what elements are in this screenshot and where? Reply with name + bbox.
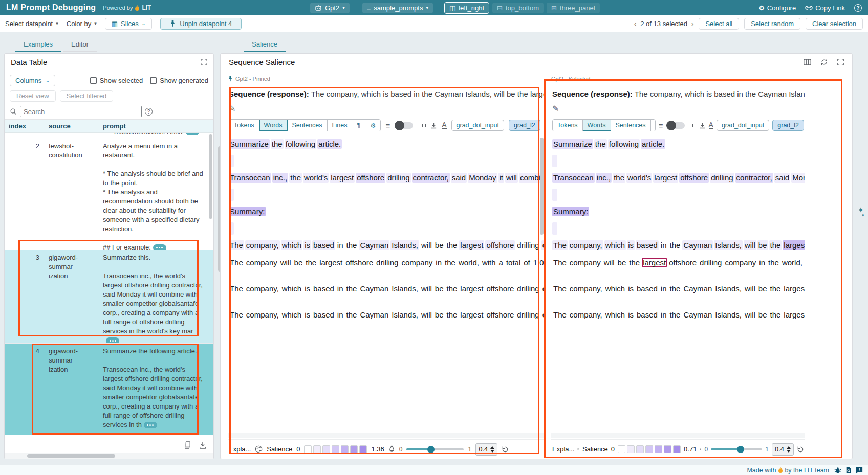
salience-token[interactable]: Islands,: [714, 284, 743, 293]
help-icon[interactable]: ?: [854, 4, 862, 12]
salience-token[interactable]: company: [400, 258, 433, 267]
salience-token[interactable]: in: [660, 284, 668, 293]
newline-token[interactable]: [229, 155, 531, 167]
bug-icon[interactable]: [834, 467, 841, 474]
chip-grad-l2[interactable]: grad_l2: [772, 120, 804, 131]
next-selection-icon[interactable]: ›: [691, 20, 693, 28]
seg-words[interactable]: Words: [583, 120, 611, 131]
salience-token[interactable]: the: [669, 240, 682, 250]
salience-token[interactable]: in: [336, 240, 344, 250]
salience-token[interactable]: in: [435, 258, 443, 267]
salience-token[interactable]: the: [345, 284, 358, 293]
salience-token[interactable]: which: [281, 310, 302, 320]
salience-token[interactable]: total: [505, 258, 522, 267]
salience-token[interactable]: be: [617, 258, 627, 267]
salience-token[interactable]: Islands,: [714, 310, 743, 320]
layout-tab-left_right[interactable]: ◫left_right: [444, 2, 489, 14]
salience-token[interactable]: offshore: [485, 284, 515, 293]
configure-button[interactable]: ⚙ Configure: [758, 4, 796, 12]
salience-token[interactable]: be: [434, 240, 445, 250]
salience-token[interactable]: drilling: [375, 258, 399, 267]
text-horizontal-scrollbar[interactable]: [228, 433, 544, 438]
salience-token[interactable]: The: [229, 258, 244, 267]
salience-token[interactable]: in: [336, 310, 344, 320]
salience-token[interactable]: offshore: [344, 258, 374, 267]
salience-token[interactable]: inc.,: [272, 173, 289, 183]
salience-token[interactable]: the: [446, 240, 459, 250]
seg-paragraph-icon[interactable]: ¶: [352, 120, 365, 131]
salience-token[interactable]: Cayman: [682, 240, 713, 250]
download-icon[interactable]: [199, 441, 206, 449]
salience-token[interactable]: The: [229, 240, 244, 250]
newline-token[interactable]: [229, 189, 531, 201]
salience-token[interactable]: the: [271, 139, 284, 149]
salience-token[interactable]: will: [744, 240, 756, 250]
salience-token[interactable]: The: [552, 258, 568, 267]
columns-layout-icon[interactable]: [804, 58, 811, 66]
dataset-selector[interactable]: ≡ sample_prompts ▾: [362, 3, 433, 13]
newline-token[interactable]: [552, 222, 805, 235]
chip-grad-l2[interactable]: grad_l2: [509, 120, 540, 131]
salience-token[interactable]: drilling: [516, 310, 540, 320]
salience-token[interactable]: drilling: [386, 173, 410, 183]
salience-token[interactable]: drilling: [710, 173, 734, 183]
tab-salience[interactable]: Salience: [244, 38, 286, 52]
salience-token[interactable]: will: [603, 258, 616, 267]
salience-token[interactable]: following: [285, 139, 316, 149]
salience-slider[interactable]: [406, 448, 464, 450]
salience-token[interactable]: be: [434, 310, 445, 320]
salience-token[interactable]: the: [594, 139, 607, 149]
ellipsis-pill[interactable]: [144, 422, 157, 428]
newline-token[interactable]: [552, 155, 805, 167]
table-vertical-scrollbar[interactable]: [209, 134, 212, 219]
copy-icon[interactable]: [184, 441, 191, 449]
salience-token[interactable]: Transocean: [552, 173, 595, 183]
search-help-icon[interactable]: ?: [145, 108, 153, 116]
salience-token[interactable]: is: [627, 310, 635, 320]
salience-token[interactable]: is: [627, 284, 635, 293]
salience-token[interactable]: based: [636, 284, 659, 293]
salience-token[interactable]: based: [312, 310, 335, 320]
document-search-icon[interactable]: [845, 467, 852, 474]
salience-token[interactable]: company,: [245, 284, 280, 293]
salience-token[interactable]: based: [636, 310, 659, 320]
salience-token[interactable]: Cayman: [359, 284, 389, 293]
salience-token[interactable]: based: [312, 284, 335, 293]
font-size-icon[interactable]: A: [442, 122, 446, 129]
salience-token[interactable]: Monday: [791, 173, 805, 183]
text-vertical-scrollbar[interactable]: [540, 138, 544, 235]
select-datapoint-dropdown[interactable]: Select datapoint ▾: [5, 20, 58, 28]
salience-token[interactable]: will: [505, 173, 518, 183]
menu-icon[interactable]: ≡: [659, 121, 663, 130]
salience-token[interactable]: the: [613, 173, 625, 183]
ellipsis-pill[interactable]: [106, 337, 119, 344]
salience-token[interactable]: the: [345, 240, 358, 250]
column-header-index[interactable]: index: [5, 120, 45, 132]
salience-token[interactable]: largest: [459, 310, 484, 320]
salience-token[interactable]: Islands,: [390, 310, 419, 320]
feedback-icon[interactable]: [856, 467, 863, 474]
seg-gear-icon[interactable]: ⚙: [365, 120, 380, 131]
expand-icon[interactable]: [201, 59, 207, 65]
salience-token[interactable]: company: [541, 240, 544, 250]
salience-token[interactable]: the: [446, 284, 459, 293]
select-filtered-button[interactable]: Select filtered: [60, 90, 114, 102]
salience-token[interactable]: the: [444, 258, 457, 267]
salience-token[interactable]: largest: [653, 173, 678, 183]
salience-token[interactable]: article.: [317, 139, 342, 149]
ellipsis-pill[interactable]: [186, 133, 199, 135]
salience-token[interactable]: company,: [569, 284, 603, 293]
salience-token[interactable]: Cayman: [682, 310, 713, 320]
threshold-spinner[interactable]: 0.4: [772, 443, 794, 456]
unpin-datapoint-button[interactable]: Unpin datapoint 4: [160, 18, 242, 30]
salience-token[interactable]: company,: [569, 310, 603, 320]
salience-token[interactable]: company: [541, 284, 544, 293]
salience-token[interactable]: The: [552, 310, 568, 320]
pencil-icon[interactable]: ✎: [552, 104, 559, 114]
seg-sentences[interactable]: Sentences: [288, 120, 328, 131]
layout-tab-top_bottom[interactable]: ⊟top_bottom: [492, 3, 544, 13]
salience-token[interactable]: Cayman: [682, 284, 713, 293]
salience-token[interactable]: world's: [626, 173, 652, 183]
salience-token[interactable]: contractor,: [735, 173, 773, 183]
salience-token[interactable]: in: [660, 310, 668, 320]
